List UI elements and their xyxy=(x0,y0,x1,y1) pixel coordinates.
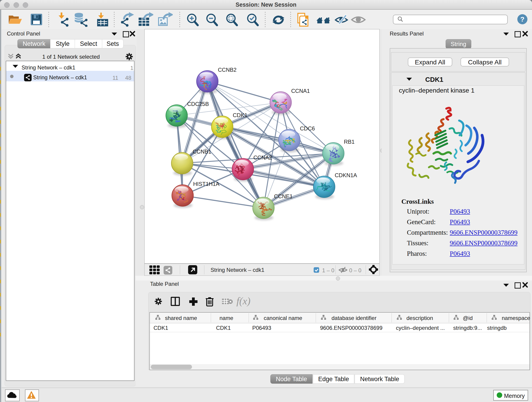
svg-text:HIST1H1A: HIST1H1A xyxy=(193,181,220,187)
svg-text:CDC25B: CDC25B xyxy=(187,101,209,107)
svg-text:CCNB1: CCNB1 xyxy=(193,148,211,155)
svg-text:CDK1: CDK1 xyxy=(233,112,247,118)
svg-text:CDC6: CDC6 xyxy=(300,125,315,132)
svg-text:CCNB2: CCNB2 xyxy=(218,67,236,73)
svg-text:CCNE1: CCNE1 xyxy=(274,193,293,199)
svg-text:?: ? xyxy=(520,15,525,23)
svg-text:CDKN1A: CDKN1A xyxy=(335,172,357,178)
svg-text:CCNA2: CCNA2 xyxy=(253,154,272,161)
svg-text:CCNA1: CCNA1 xyxy=(291,88,310,94)
svg-text:RB1: RB1 xyxy=(344,139,355,145)
